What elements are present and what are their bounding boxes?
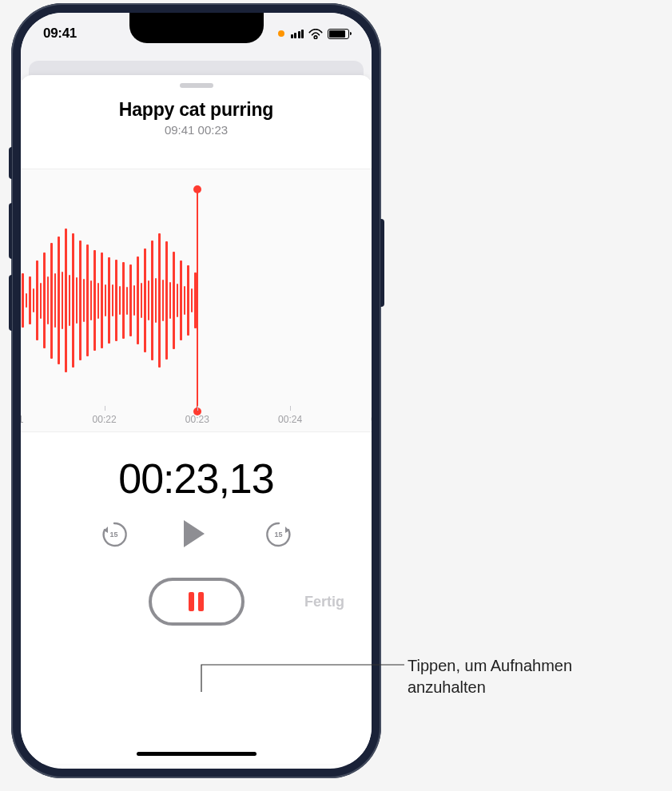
wave-bar [133,285,136,316]
sheet-grabber[interactable] [180,83,213,88]
status-time: 09:41 [43,26,77,42]
cellular-signal-icon [291,30,304,38]
tick-label: 21 [21,414,23,425]
recording-header: Happy cat purring 09:41 00:23 [21,99,372,137]
skip-forward-button[interactable]: 15 [264,519,294,550]
wave-bar [173,252,175,349]
wave-bar [33,288,35,312]
wave-bar [40,283,42,319]
volume-down-button [9,275,12,331]
wave-bar [36,260,38,340]
callout-text: Tippen, um Aufnahmen anzuhalten [408,655,639,698]
timeline-ticks: 21 00:22 00:23 00:24 0 [21,414,372,425]
wave-bar [165,241,168,360]
pause-icon [189,592,204,611]
wave-bar [69,275,71,326]
playback-controls: 15 15 [21,519,372,551]
wifi-icon [308,29,323,39]
wave-bar [169,282,172,319]
wave-bar [101,252,103,348]
wave-bar [137,256,139,344]
wave-bar [26,293,28,308]
tick-label: 00:23 [185,414,209,425]
wave-bar [148,280,150,320]
wave-bar [158,233,161,368]
wave-bar [62,272,64,329]
wave-bar [122,262,125,339]
pause-button[interactable] [149,578,245,626]
wave-bar [191,288,193,312]
wave-bar [119,286,121,315]
status-icons [278,29,350,39]
wave-bar [79,240,82,360]
done-button[interactable]: Fertig [304,594,344,610]
recording-sheet[interactable]: Happy cat purring 09:41 00:23 21 00:22 0… [21,75,372,764]
waveform-area[interactable]: 21 00:22 00:23 00:24 0 [21,169,372,432]
play-button[interactable] [181,519,213,551]
wave-bar [112,284,114,316]
wave-bar [65,229,67,372]
wave-bar [108,257,110,344]
home-indicator[interactable] [137,752,256,756]
battery-icon [328,29,349,39]
tick-label: 0 [371,414,372,425]
elapsed-time: 00:23,13 [21,455,372,503]
wave-bar [50,243,53,359]
skip-back-button[interactable]: 15 [99,519,129,550]
phone-frame: 09:41 Happy cat purring [11,3,381,778]
tick-label: 00:22 [93,414,117,425]
wave-bar [144,248,146,352]
wave-bar [76,277,78,324]
power-button [380,219,384,307]
wave-bar [184,286,186,315]
wave-bar [105,284,107,316]
wave-bar [22,273,24,328]
wave-bar [72,233,74,368]
wave-bar [47,276,50,324]
recording-indicator-icon [278,30,284,37]
skip-back-label: 15 [109,531,117,539]
wave-bar [43,252,46,348]
wave-bar [129,264,132,336]
wave-bar [58,237,60,364]
bottom-controls: Fertig [21,578,372,626]
wave-bar [29,276,31,324]
wave-bar [126,287,129,315]
wave-bar [83,279,85,322]
skip-forward-label: 15 [274,531,282,539]
wave-bar [90,280,93,320]
wave-bar [155,278,157,323]
screen: 09:41 Happy cat purring [21,13,372,769]
volume-switch [9,147,12,179]
wave-bar [54,273,57,328]
wave-bar [151,240,153,360]
notch [129,13,264,43]
wave-bar [177,284,179,317]
wave-bar [86,244,89,356]
wave-bar [162,280,165,321]
waveform-bars [21,201,197,399]
wave-bar [93,250,96,351]
playhead[interactable] [197,189,198,411]
wave-bar [97,283,100,319]
wave-bar [180,260,182,340]
wave-bar [115,260,117,341]
tick-label: 00:24 [278,414,302,425]
recording-title[interactable]: Happy cat purring [21,99,372,121]
volume-up-button [9,203,12,259]
wave-bar [141,283,143,318]
recording-meta: 09:41 00:23 [21,123,372,137]
wave-bar [187,265,189,336]
